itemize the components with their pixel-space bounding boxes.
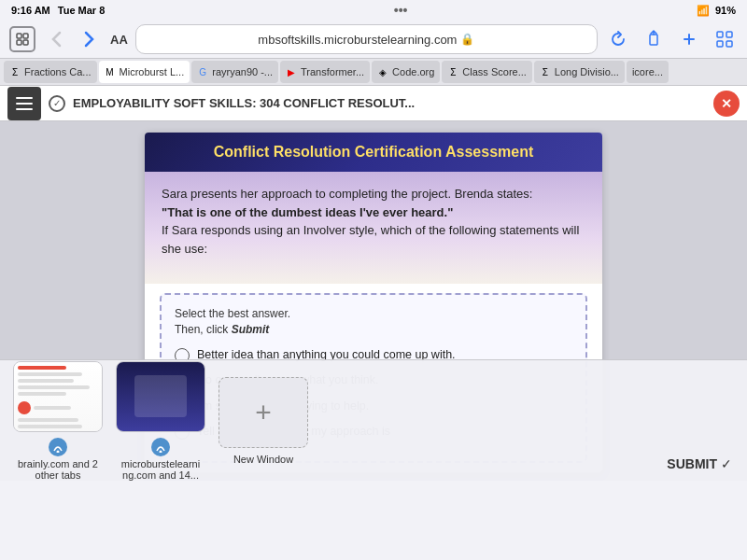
aa-text[interactable]: AA [110,33,128,47]
new-window-plus-icon: + [255,397,272,428]
card-header: Conflict Resolution Certification Assess… [145,133,602,172]
hamburger-button[interactable] [7,87,41,120]
tab-favicon-classscore: Σ [447,66,458,77]
submit-bar: SUBMIT ✓ [667,456,732,471]
add-tab-button[interactable] [676,26,702,52]
tab-classscore[interactable]: Σ Class Score... [442,61,531,83]
nav-breadcrumb: ✓ EMPLOYABILITY SOFT SKILLS: 304 CONFLIC… [0,86,747,121]
svg-rect-7 [717,41,723,47]
svg-point-10 [160,450,162,453]
tab-thumb-microburst [116,361,205,432]
svg-rect-0 [17,34,21,38]
thumb-micro-content [117,362,204,431]
tab-favicon-transformer: ▶ [286,66,297,77]
tab-preview-label-microburst: microburstelearni ng.com and 14... [121,458,200,481]
tab-switcher-icon[interactable] [9,26,35,52]
tab-favicon-microburst: M [105,66,116,77]
tab-label-longdivision: Long Divisio... [555,66,619,77]
tab-preview-brainly[interactable]: brainly.com and 2 other tabs [13,361,103,481]
svg-rect-3 [23,40,28,45]
url-bar-row: AA mbsoftskills.microburstelearning.com … [0,21,747,58]
forward-button[interactable] [77,26,103,52]
tab-fractions[interactable]: Σ Fractions Ca... [4,61,97,83]
thumb-brainly-content [14,362,102,431]
tab-label-classscore: Class Score... [462,66,526,77]
tab-thumb-brainly [13,361,103,432]
scenario-text: Sara presents her approach to completing… [162,185,585,258]
reload-button[interactable] [605,26,631,52]
tab-label-icore: icore... [632,66,663,77]
tab-label-codeorg: Code.org [392,66,434,77]
tab-switcher-overlay: brainly.com and 2 other tabs microburste… [0,359,747,481]
tab-preview-new-window[interactable]: + New Window [218,377,308,465]
share-button[interactable] [641,26,667,52]
wifi-icon: 📶 [697,5,710,17]
svg-rect-6 [726,32,732,37]
time: 9:16 AM [11,5,50,16]
svg-rect-2 [17,40,21,45]
tab-favicon-rayryan: G [197,66,208,77]
status-bar: 9:16 AM Tue Mar 8 ••• 📶 91% [0,0,747,21]
svg-rect-5 [717,32,723,37]
tab-preview-microburst[interactable]: microburstelearni ng.com and 14... [116,361,205,481]
tab-codeorg[interactable]: ◈ Code.org [372,61,440,83]
tab-favicon-longdivision: Σ [540,66,551,77]
url-text: mbsoftskills.microburstelearning.com [258,33,457,47]
lock-icon: 🔒 [460,33,474,46]
battery-text: 91% [715,5,736,16]
close-button[interactable]: ✕ [713,91,740,117]
tab-label-microburst: Microburst L... [120,66,185,77]
tab-favicon-codeorg: ◈ [377,66,388,77]
grid-view-button[interactable] [712,26,738,52]
hamburger-line-3 [16,108,33,110]
hamburger-line-1 [16,97,33,99]
tab-label-transformer: Transformer... [301,66,364,77]
tab-label-fractions: Fractions Ca... [24,66,92,77]
back-button[interactable] [43,26,69,52]
tab-icore[interactable]: icore... [627,61,669,83]
tab-thumb-new-window: + [218,377,308,448]
tab-label-rayryan: rayryan90 -... [212,66,273,77]
submit-label[interactable]: SUBMIT [667,456,717,471]
main-content: Conflict Resolution Certification Assess… [0,121,747,481]
svg-rect-8 [726,41,732,47]
question-instruction: Select the best answer. Then, click Subm… [175,306,572,338]
tab-rayryan[interactable]: G rayryan90 -... [191,61,278,83]
scenario-quote: "That is one of the dumbest ideas I've e… [162,205,453,219]
card-scenario: Sara presents her approach to completing… [145,172,602,284]
date: Tue Mar 8 [58,5,106,16]
card-header-title: Conflict Resolution Certification Assess… [214,144,534,160]
breadcrumb-check-icon: ✓ [49,95,65,112]
tab-dots: ••• [394,3,408,18]
tab-favicon-fractions: Σ [9,66,21,77]
tab-transformer[interactable]: ▶ Transformer... [280,61,370,83]
tab-microburst[interactable]: M Microburst L... [99,61,190,83]
hamburger-line-2 [16,103,33,105]
submit-checkmark: ✓ [721,456,732,471]
svg-rect-4 [650,35,657,45]
svg-rect-1 [23,34,28,38]
tab-preview-label-new-window: New Window [233,454,293,465]
tabs-row: Σ Fractions Ca... M Microburst L... G ra… [0,58,747,86]
svg-point-9 [56,450,59,453]
url-bar[interactable]: mbsoftskills.microburstelearning.com 🔒 [135,24,598,54]
breadcrumb-text: EMPLOYABILITY SOFT SKILLS: 304 CONFLICT … [73,96,706,110]
tab-preview-label-brainly: brainly.com and 2 other tabs [18,458,98,481]
tab-longdivision[interactable]: Σ Long Divisio... [534,61,625,83]
